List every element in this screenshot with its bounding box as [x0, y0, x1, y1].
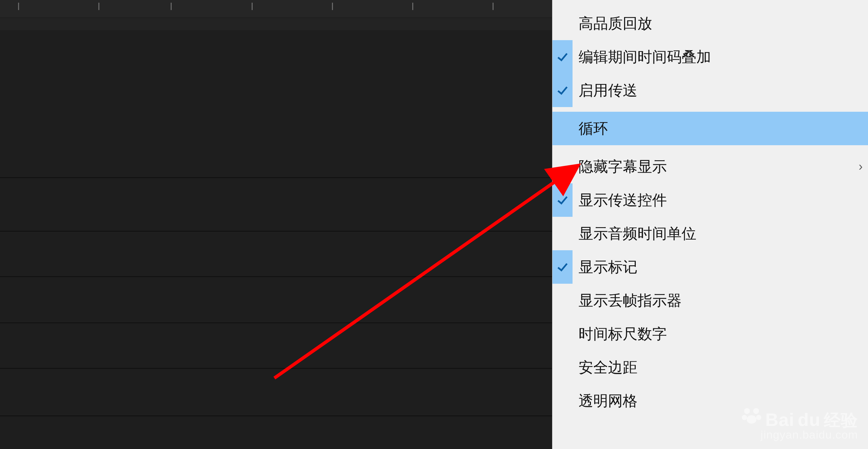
- menu-item-label: 安全边距: [579, 358, 638, 377]
- check-icon: [553, 250, 572, 284]
- track-separator: [0, 368, 552, 369]
- ruler-tick: [412, 3, 413, 10]
- ruler-tick: [170, 3, 172, 10]
- ruler-tick: [332, 3, 333, 10]
- menu-item-label: 显示传送控件: [579, 190, 667, 210]
- menu-item[interactable]: 显示标记: [553, 250, 868, 284]
- track-separator: [0, 323, 552, 323]
- check-icon: [553, 74, 572, 107]
- menu-item[interactable]: 循环: [553, 112, 868, 145]
- check-icon: [553, 40, 572, 74]
- menu-item[interactable]: 启用传送: [553, 74, 868, 107]
- timeline-ruler-body: [0, 18, 552, 30]
- ruler-tick: [18, 3, 19, 10]
- menu-item-label: 显示标记: [579, 257, 638, 277]
- menu-item-label: 显示音频时间单位: [579, 224, 696, 244]
- menu-item-label: 透明网格: [579, 391, 638, 411]
- menu-item[interactable]: 编辑期间时间码叠加: [553, 40, 868, 74]
- timeline-area[interactable]: [0, 0, 552, 449]
- menu-item-label: 显示丢帧指示器: [579, 291, 682, 311]
- menu-item-label: 高品质回放: [579, 14, 652, 33]
- menu-item-label: 编辑期间时间码叠加: [579, 47, 711, 67]
- menu-item-label: 时间标尺数字: [579, 324, 667, 344]
- track-separator: [0, 177, 552, 178]
- menu-item[interactable]: 高品质回放: [553, 7, 868, 40]
- menu-item-label: 隐藏字幕显示: [579, 157, 667, 177]
- menu-item[interactable]: 透明网格: [553, 384, 868, 418]
- ruler-tick: [252, 3, 253, 10]
- menu-item[interactable]: 隐藏字幕显示›: [553, 150, 868, 183]
- timeline-ruler[interactable]: [0, 0, 552, 18]
- menu-item-label: 启用传送: [579, 81, 638, 100]
- menu-item-label: 循环: [579, 119, 608, 138]
- check-icon: [553, 183, 572, 217]
- track-separator: [0, 276, 552, 277]
- track-separator: [0, 416, 552, 416]
- ruler-tick: [493, 3, 494, 10]
- menu-item[interactable]: 显示传送控件: [553, 183, 868, 217]
- menu-separator: [553, 145, 868, 150]
- ruler-tick: [98, 3, 99, 10]
- track-separator: [0, 231, 552, 231]
- menu-item[interactable]: 时间标尺数字: [553, 317, 868, 351]
- submenu-caret-icon: ›: [859, 160, 863, 174]
- menu-item[interactable]: 显示丢帧指示器: [553, 284, 868, 317]
- app-stage: 高品质回放编辑期间时间码叠加启用传送循环隐藏字幕显示›显示传送控件显示音频时间单…: [0, 0, 868, 449]
- menu-item[interactable]: 显示音频时间单位: [553, 217, 868, 250]
- menu-item[interactable]: 安全边距: [553, 351, 868, 384]
- menu-separator: [553, 107, 868, 112]
- context-menu: 高品质回放编辑期间时间码叠加启用传送循环隐藏字幕显示›显示传送控件显示音频时间单…: [552, 0, 868, 449]
